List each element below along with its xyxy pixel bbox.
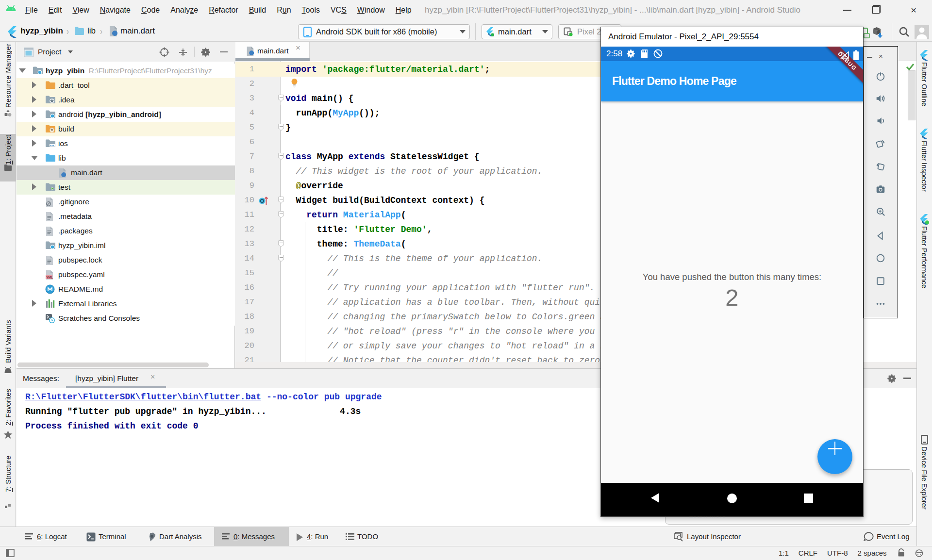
svg-text:YML: YML	[46, 276, 53, 279]
